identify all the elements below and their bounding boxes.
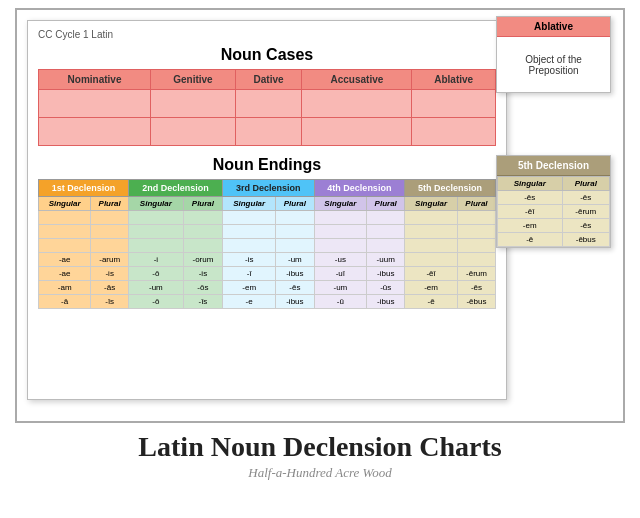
table-row — [39, 90, 496, 118]
decl4-header: 4th Declension — [314, 180, 405, 197]
table-row: -ā-īs -ō-īs -e-ibus -ū-ibus -ē-ēbus — [39, 295, 496, 309]
table-row: -ae-arum -i-orum -is-um -us-uum — [39, 253, 496, 267]
table-row — [39, 225, 496, 239]
fifth-plural-header: Plural — [562, 177, 609, 191]
sp-3rd-sing: Singular — [223, 197, 276, 211]
table-row: -ēs -ēs — [498, 191, 610, 205]
table-row — [39, 239, 496, 253]
ablative-body-text: Object of the Preposition — [503, 54, 604, 76]
fifth-singular-header: Singular — [498, 177, 563, 191]
fifth-declension-card: 5th Declension Singular Plural -ēs — [496, 155, 611, 248]
case-header-accusative: Accusative — [302, 70, 412, 90]
case-header-ablative: Ablative — [412, 70, 496, 90]
noun-cases-title: Noun Cases — [38, 46, 496, 64]
sp-5th-sing: Singular — [405, 197, 458, 211]
sp-4th-sing: Singular — [314, 197, 367, 211]
ablative-header-text: Ablative — [534, 21, 573, 32]
sp-5th-plur: Plural — [457, 197, 495, 211]
table-row: -ae-is -ō-is -ī-ibus -uī-ibus -ēī-ērum — [39, 267, 496, 281]
ablative-card: Ablative Object of the Preposition — [496, 16, 611, 93]
noun-cases-table: Nominative Genitive Dative Accusative Ab… — [38, 69, 496, 146]
table-row — [39, 211, 496, 225]
main-chart-card: CC Cycle 1 Latin Noun Cases Nominative G… — [27, 20, 507, 400]
fifth-card-header: 5th Declension — [497, 156, 610, 176]
table-row — [39, 118, 496, 146]
sp-1st-plur: Plural — [91, 197, 129, 211]
fifth-card-table: Singular Plural -ēs -ēs -ēī -ērum — [497, 176, 610, 247]
fifth-header-text: 5th Declension — [518, 160, 589, 171]
ablative-card-body: Object of the Preposition — [497, 37, 610, 92]
sp-2nd-sing: Singular — [129, 197, 184, 211]
noun-endings-table: 1st Declension 2nd Declension 3rd Declen… — [38, 179, 496, 309]
table-row: -em -ēs — [498, 219, 610, 233]
sp-4th-plur: Plural — [367, 197, 405, 211]
decl1-header: 1st Declension — [39, 180, 129, 197]
bottom-section: Latin Noun Declension Charts Half-a-Hund… — [0, 429, 640, 481]
main-title: Latin Noun Declension Charts — [0, 431, 640, 463]
case-header-dative: Dative — [235, 70, 302, 90]
table-row: -ēī -ērum — [498, 205, 610, 219]
decl3-header: 3rd Declension — [223, 180, 314, 197]
table-row: -am-ās -um-ōs -em-ēs -um-ūs -em-ēs — [39, 281, 496, 295]
case-header-genitive: Genitive — [151, 70, 236, 90]
sp-2nd-plur: Plural — [183, 197, 222, 211]
noun-endings-title: Noun Endings — [38, 156, 496, 174]
sub-title: Half-a-Hundred Acre Wood — [0, 465, 640, 481]
decl5-header: 5th Declension — [405, 180, 496, 197]
sp-1st-sing: Singular — [39, 197, 91, 211]
ablative-card-header: Ablative — [497, 17, 610, 37]
table-row: -ē -ēbus — [498, 233, 610, 247]
case-header-nominative: Nominative — [39, 70, 151, 90]
card-subtitle: CC Cycle 1 Latin — [38, 29, 496, 40]
decl2-header: 2nd Declension — [129, 180, 223, 197]
sp-3rd-plur: Plural — [276, 197, 314, 211]
